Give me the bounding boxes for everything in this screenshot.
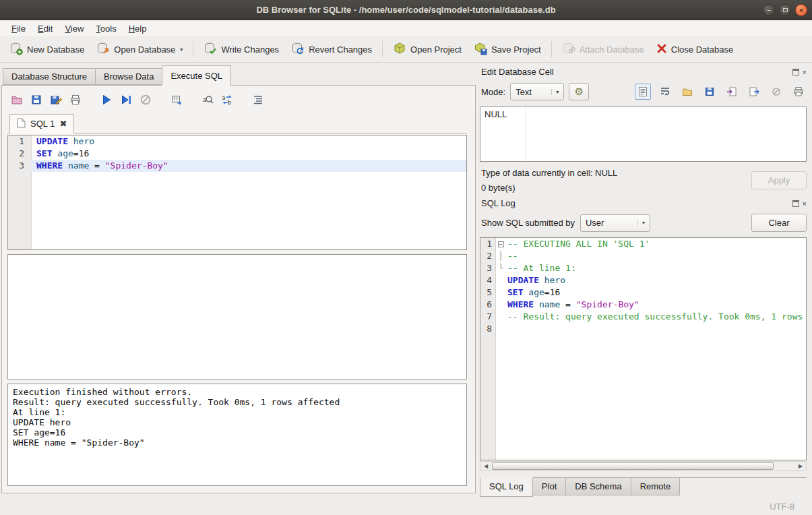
attach-database-icon xyxy=(562,42,575,57)
text-mode-toggle[interactable] xyxy=(635,84,651,100)
open-project-icon xyxy=(393,42,406,57)
revert-changes-button[interactable]: Revert Changes xyxy=(286,38,377,61)
scroll-left-arrow-icon[interactable]: ◀ xyxy=(480,463,491,469)
menubar: File Edit View Tools Help xyxy=(0,20,812,36)
open-database-button[interactable]: Open Database ▾ xyxy=(91,38,188,61)
clear-log-button[interactable]: Clear xyxy=(751,214,807,232)
menu-edit[interactable]: Edit xyxy=(32,22,59,36)
dock-float-icon[interactable] xyxy=(792,200,799,207)
scroll-right-arrow-icon[interactable]: ▶ xyxy=(795,463,806,469)
menu-tools[interactable]: Tools xyxy=(90,22,122,36)
log-filter-row: Show SQL submitted by User ▾ Clear xyxy=(480,211,807,237)
menu-help[interactable]: Help xyxy=(123,22,153,36)
dock-close-icon[interactable]: × xyxy=(803,69,807,75)
close-button[interactable]: × xyxy=(795,4,807,16)
new-database-icon xyxy=(9,42,23,57)
cell-value: NULL xyxy=(485,109,507,119)
word-wrap-toggle[interactable] xyxy=(657,84,673,100)
open-project-button[interactable]: Open Project xyxy=(387,38,467,61)
sql-code-editor[interactable]: 1UPDATE hero2SET age=163WHERE name = "Sp… xyxy=(7,135,467,250)
window-controls: – × xyxy=(763,4,807,16)
execution-message[interactable]: Execution finished without errors. Resul… xyxy=(7,384,467,486)
stop-button[interactable] xyxy=(137,92,154,108)
gear-icon: ⚙ xyxy=(574,87,583,97)
attach-database-button[interactable]: Attach Database xyxy=(557,38,650,61)
dock-tab-plot[interactable]: Plot xyxy=(532,478,566,495)
mode-combobox[interactable]: Text ▾ xyxy=(510,83,564,100)
cell-toolbar xyxy=(635,84,807,100)
save-cell-file-button[interactable] xyxy=(701,84,718,100)
menu-view[interactable]: View xyxy=(59,22,90,36)
cell-size-info: 0 byte(s) xyxy=(481,183,617,193)
log-filter-label: Show SQL submitted by xyxy=(481,218,575,228)
tab-database-structure[interactable]: Database Structure xyxy=(3,68,96,85)
log-horizontal-scrollbar[interactable]: ◀ ▶ xyxy=(480,461,807,471)
open-cell-file-button[interactable] xyxy=(679,84,695,100)
svg-text:b: b xyxy=(228,100,231,106)
sql-tabbar: SQL 1 ✖ xyxy=(7,113,467,133)
chevron-down-icon: ▾ xyxy=(551,89,559,95)
toolbar-separator xyxy=(382,41,383,57)
format-sql-button[interactable] xyxy=(250,92,266,108)
revert-changes-icon xyxy=(291,42,305,57)
auto-detect-format-button[interactable]: ⚙ xyxy=(569,83,589,100)
maximize-button[interactable] xyxy=(779,4,791,16)
log-filter-value: User xyxy=(586,218,631,228)
titlebar: DB Browser for SQLite - /home/user/code/… xyxy=(0,0,812,20)
new-database-button[interactable]: New Database xyxy=(4,38,90,61)
window-title: DB Browser for SQLite - /home/user/code/… xyxy=(0,5,812,15)
svg-text:a: a xyxy=(222,95,226,101)
sql-toolbar: a ab xyxy=(7,90,467,113)
sql-tab-close-icon[interactable]: ✖ xyxy=(59,119,67,129)
dock-close-icon[interactable]: × xyxy=(803,200,807,207)
close-database-button[interactable]: Close Database xyxy=(651,40,739,59)
save-sql-file-button[interactable] xyxy=(28,92,44,108)
dock-tab-db-schema[interactable]: DB Schema xyxy=(565,478,631,495)
find-replace-button[interactable]: ab xyxy=(219,92,235,108)
write-changes-button[interactable]: Write Changes xyxy=(198,38,284,61)
save-sql-as-button[interactable] xyxy=(48,92,64,108)
open-sql-file-button[interactable] xyxy=(9,92,25,108)
open-database-icon xyxy=(96,42,110,57)
minimize-button[interactable]: – xyxy=(763,4,775,16)
sql-log-editor[interactable]: 1−-- EXECUTING ALL IN 'SQL 1'2│--3└-- At… xyxy=(480,237,807,460)
execute-current-line-button[interactable] xyxy=(118,92,134,108)
cell-value-editor[interactable]: NULL xyxy=(480,107,807,162)
tab-browse-data[interactable]: Browse Data xyxy=(95,68,162,85)
write-changes-icon xyxy=(204,42,217,57)
scrollbar-thumb[interactable] xyxy=(492,462,774,470)
tab-execute-sql[interactable]: Execute SQL xyxy=(162,65,231,86)
export-csv-button[interactable] xyxy=(168,92,185,108)
dock-tab-remote[interactable]: Remote xyxy=(631,478,681,495)
statusbar: UTF-8 xyxy=(0,497,812,515)
dock-tab-sql-log[interactable]: SQL Log xyxy=(480,477,533,497)
print-cell-button[interactable] xyxy=(790,84,807,100)
main-tabbar: Database Structure Browse Data Execute S… xyxy=(1,65,476,85)
edit-cell-dock-header: Edit Database Cell × xyxy=(480,65,807,80)
main-toolbar: New Database Open Database ▾ Write Chang… xyxy=(0,36,812,63)
print-button[interactable] xyxy=(67,92,84,108)
save-project-icon xyxy=(474,42,487,57)
log-filter-combobox[interactable]: User ▾ xyxy=(580,214,650,232)
sql-log-title: SQL Log xyxy=(481,198,792,208)
save-project-button[interactable]: Save Project xyxy=(468,38,546,61)
dock-float-icon[interactable] xyxy=(792,69,799,75)
results-grid[interactable] xyxy=(7,254,467,380)
import-cell-button[interactable] xyxy=(724,84,740,100)
export-cell-button[interactable] xyxy=(746,84,762,100)
execute-all-button[interactable] xyxy=(98,92,115,108)
close-database-icon xyxy=(656,43,667,56)
menu-file[interactable]: File xyxy=(5,22,32,36)
find-button[interactable]: a xyxy=(199,92,216,108)
toolbar-separator xyxy=(551,41,552,57)
edit-cell-title: Edit Database Cell xyxy=(481,67,792,77)
cell-mode-row: Mode: Text ▾ ⚙ xyxy=(480,80,807,107)
open-database-dropdown-arrow[interactable]: ▾ xyxy=(180,47,183,53)
toolbar-separator xyxy=(193,41,193,57)
sql-tab[interactable]: SQL 1 ✖ xyxy=(9,114,74,133)
apply-button[interactable]: Apply xyxy=(751,171,807,189)
right-dock-area: Edit Database Cell × Mode: Text ▾ ⚙ xyxy=(476,63,812,497)
encoding-indicator[interactable]: UTF-8 xyxy=(770,502,794,512)
set-null-button[interactable] xyxy=(768,84,784,100)
main-tab-widget: Database Structure Browse Data Execute S… xyxy=(0,63,476,497)
